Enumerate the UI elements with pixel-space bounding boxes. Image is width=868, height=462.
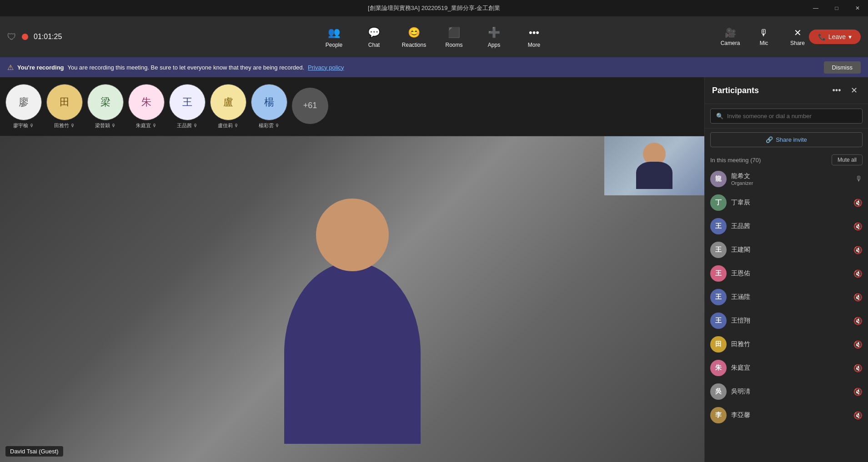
thumb-avatar-lu: 盧 <box>210 84 246 120</box>
panel-more-button[interactable]: ••• <box>830 84 843 97</box>
participant-mic-wangpc: 🔇 <box>853 222 863 231</box>
rooms-button[interactable]: ⬛ Rooms <box>436 21 472 53</box>
mic-icon: 🎙 <box>759 28 768 38</box>
leave-button[interactable]: 📞 Leave ▾ <box>809 30 861 44</box>
thumb-avatar-liang: 梁 <box>87 84 124 120</box>
video-section: 廖 廖宇榆 🎙 田 田雅竹 🎙 梁 梁晉穎 🎙 朱 朱庭宜 🎙 王 王品茜 🎙 … <box>0 77 704 462</box>
participant-mic-tianyc: 🔇 <box>853 340 863 349</box>
search-icon: 🔍 <box>716 113 723 119</box>
people-button[interactable]: 👥 People <box>316 21 352 53</box>
more-button[interactable]: ••• More <box>516 21 552 53</box>
window-title: [創業論壇與實務3A] 20220519_業師分享-金工創業 <box>368 4 500 12</box>
main-video: David Tsai (Guest) <box>0 136 704 462</box>
share-link-icon: 🔗 <box>766 136 773 143</box>
participant-item-tianyc[interactable]: 田 田雅竹 🔇 <box>705 333 868 356</box>
warning-icon: ⚠ <box>7 63 14 72</box>
thumbnail-wang[interactable]: 王 王品茜 🎙 <box>169 84 206 129</box>
thumb-avatar-liao: 廖 <box>5 84 42 120</box>
thumb-name-tian: 田雅竹 🎙 <box>54 122 75 129</box>
timer-area: 🛡 01:01:25 <box>7 16 62 57</box>
minimize-button[interactable]: — <box>805 0 826 16</box>
camera-button[interactable]: 🎥 Camera <box>714 21 746 53</box>
participant-item-lnx[interactable]: 龍 龍希文 Organizer 🎙 <box>705 167 868 191</box>
participant-item-wangey[interactable]: 王 王恩佑 🔇 <box>705 262 868 285</box>
reactions-icon: 😊 <box>407 25 421 40</box>
thumbnail-lu[interactable]: 盧 盧佳莉 🎙 <box>210 84 246 129</box>
participant-avatar-wangzx: 王 <box>710 313 727 329</box>
participant-avatar-wumc: 吳 <box>710 383 727 400</box>
window-controls: — □ ✕ <box>805 0 868 16</box>
participant-avatar-wangpc: 王 <box>710 218 727 234</box>
thumb-mic-wang: 🎙 <box>193 123 198 128</box>
participant-item-wumc[interactable]: 吳 吳明淸 🔇 <box>705 380 868 403</box>
participant-mic-wangey: 🔇 <box>853 269 863 278</box>
participant-mic-lnx: 🎙 <box>855 175 863 183</box>
privacy-policy-link[interactable]: Privacy policy <box>308 64 344 71</box>
thumbnail-zhu[interactable]: 朱 朱庭宜 🎙 <box>128 84 165 129</box>
maximize-button[interactable]: □ <box>826 0 847 16</box>
mic-button[interactable]: 🎙 Mic <box>748 21 780 53</box>
participant-mic-zhuty: 🔇 <box>853 364 863 373</box>
more-participants-avatar: +61 <box>292 88 328 124</box>
participant-item-wanghl[interactable]: 王 王涵陞 🔇 <box>705 285 868 309</box>
panel-actions: ••• ✕ <box>830 84 861 97</box>
share-invite-button[interactable]: 🔗 Share invite <box>710 132 863 147</box>
mute-all-button[interactable]: Mute all <box>832 154 863 165</box>
thumbnail-yang[interactable]: 楊 楊彩雲 🎙 <box>251 84 287 129</box>
thumb-avatar-wang: 王 <box>169 84 206 120</box>
thumbnail-more[interactable]: +61 <box>292 88 328 126</box>
participant-item-ding[interactable]: 丁 丁韋辰 🔇 <box>705 191 868 214</box>
apps-button[interactable]: ➕ Apps <box>476 21 512 53</box>
search-input[interactable] <box>727 113 857 119</box>
thumb-name-liao: 廖宇榆 🎙 <box>13 122 34 129</box>
panel-title: Participants <box>712 86 759 95</box>
participant-name-lnx: 龍希文 <box>731 172 851 180</box>
thumb-name-yang: 楊彩雲 🎙 <box>259 122 280 129</box>
thumbnail-liang[interactable]: 梁 梁晉穎 🎙 <box>87 84 124 129</box>
thumb-mic-liao: 🎙 <box>30 123 34 128</box>
thumb-name-wang: 王品茜 🎙 <box>177 122 198 129</box>
participant-item-liyl[interactable]: 李 李亞馨 🔇 <box>705 403 868 427</box>
thumb-mic-tian: 🎙 <box>70 123 75 128</box>
thumb-name-liang: 梁晉穎 🎙 <box>95 122 116 129</box>
participants-list: 龍 龍希文 Organizer 🎙 丁 丁韋辰 🔇 王 王品茜 🔇 王 王建閣 <box>705 167 868 462</box>
rooms-icon: ⬛ <box>447 25 462 40</box>
participant-name-wangpc: 王品茜 <box>731 222 849 230</box>
participant-avatar-wangjg: 王 <box>710 242 727 258</box>
thumb-avatar-tian: 田 <box>46 84 83 120</box>
more-icon: ••• <box>527 25 542 40</box>
title-bar: [創業論壇與實務3A] 20220519_業師分享-金工創業 — □ ✕ <box>0 0 868 16</box>
thumb-mic-yang: 🎙 <box>275 123 280 128</box>
panel-close-button[interactable]: ✕ <box>847 84 861 97</box>
panel-header: Participants ••• ✕ <box>705 77 868 104</box>
thumb-name-zhu: 朱庭宜 🎙 <box>136 122 157 129</box>
chat-button[interactable]: 💬 Chat <box>356 21 392 53</box>
participant-mic-liyl: 🔇 <box>853 411 863 420</box>
thumbnail-liao[interactable]: 廖 廖宇榆 🎙 <box>5 84 42 129</box>
close-button[interactable]: ✕ <box>847 0 868 16</box>
dismiss-button[interactable]: Dismiss <box>824 61 861 74</box>
main-area: 廖 廖宇榆 🎙 田 田雅竹 🎙 梁 梁晉穎 🎙 朱 朱庭宜 🎙 王 王品茜 🎙 … <box>0 77 868 462</box>
participant-item-wangpc[interactable]: 王 王品茜 🔇 <box>705 214 868 238</box>
participant-item-wangzx[interactable]: 王 王愷翔 🔇 <box>705 309 868 333</box>
thumbnail-tian[interactable]: 田 田雅竹 🎙 <box>46 84 83 129</box>
participant-item-zhuty[interactable]: 朱 朱庭宜 🔇 <box>705 356 868 380</box>
thumbnails-bar: 廖 廖宇榆 🎙 田 田雅竹 🎙 梁 梁晉穎 🎙 朱 朱庭宜 🎙 王 王品茜 🎙 … <box>0 77 704 136</box>
participant-name-wanghl: 王涵陞 <box>731 293 849 301</box>
leave-phone-icon: 📞 <box>818 33 826 40</box>
apps-icon: ➕ <box>487 25 502 40</box>
participant-name-wangjg: 王建閣 <box>731 246 849 254</box>
participant-role-lnx: Organizer <box>731 180 851 186</box>
presenter-thumbnail <box>604 136 704 195</box>
speaker-name-label: David Tsai (Guest) <box>5 446 63 457</box>
participant-name-ding: 丁韋辰 <box>731 199 849 207</box>
reactions-button[interactable]: 😊 Reactions <box>396 21 432 53</box>
participant-item-wangjg[interactable]: 王 王建閣 🔇 <box>705 238 868 262</box>
toolbar: 🛡 01:01:25 👥 People 💬 Chat 😊 Reactions ⬛… <box>0 16 868 57</box>
speaker-body <box>284 262 421 444</box>
thumb-avatar-yang: 楊 <box>251 84 287 120</box>
participant-avatar-wangey: 王 <box>710 265 727 282</box>
thumb-mic-liang: 🎙 <box>111 123 116 128</box>
thumb-avatar-zhu: 朱 <box>128 84 165 120</box>
record-indicator <box>22 34 28 40</box>
